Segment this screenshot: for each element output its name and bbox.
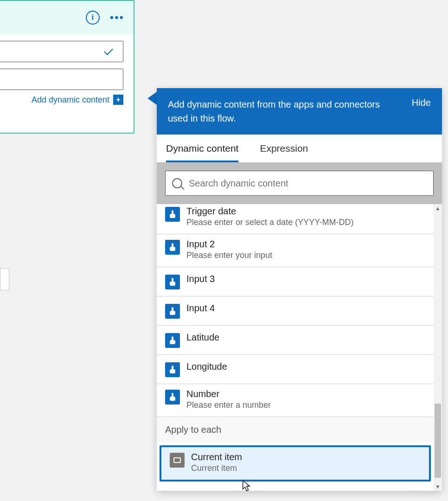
plus-icon[interactable]: + xyxy=(113,95,123,105)
list-item[interactable]: Latitude xyxy=(157,326,434,355)
add-dynamic-content-link[interactable]: Add dynamic content xyxy=(32,95,109,105)
item-title: Input 2 xyxy=(186,239,272,250)
action-card-body: ions, see https://api.slack.com, Add dyn… xyxy=(0,34,134,113)
more-icon[interactable]: ••• xyxy=(110,12,124,23)
item-title: Input 4 xyxy=(186,303,215,314)
item-title: Input 3 xyxy=(186,274,215,284)
list-item-current[interactable]: Current item Current item xyxy=(160,445,431,482)
canvas-stub xyxy=(0,268,9,290)
item-title: Longitude xyxy=(186,361,227,372)
list-item[interactable]: Number Please enter a number xyxy=(157,384,434,417)
tabs: Dynamic content Expression xyxy=(157,135,442,162)
item-sub: Current item xyxy=(191,463,242,473)
scroll-up-icon[interactable]: ▲ xyxy=(435,204,441,212)
dynamic-list: Trigger date Please enter or select a da… xyxy=(157,204,434,491)
search-wrap xyxy=(157,162,442,204)
chevron-down-icon xyxy=(104,46,113,55)
message-text-input[interactable]: ions, see https://api.slack.com, xyxy=(0,69,123,90)
trigger-icon xyxy=(165,362,180,377)
list-item[interactable]: Input 4 xyxy=(157,296,434,326)
trigger-icon xyxy=(165,333,180,348)
scroll-down-icon[interactable]: ▼ xyxy=(435,482,441,491)
trigger-icon xyxy=(165,390,180,405)
info-icon[interactable]: i xyxy=(86,11,100,25)
item-title: Current item xyxy=(191,452,242,462)
panel-pointer-icon xyxy=(147,92,157,105)
dynamic-content-panel: Add dynamic content from the apps and co… xyxy=(157,88,442,491)
dynamic-panel-header: Add dynamic content from the apps and co… xyxy=(157,88,442,135)
item-sub: Please enter or select a date (YYYY-MM-D… xyxy=(186,218,353,227)
hide-button[interactable]: Hide xyxy=(412,97,431,108)
add-dynamic-content-row: Add dynamic content + xyxy=(0,95,123,105)
list-item[interactable]: Trigger date Please enter or select a da… xyxy=(157,204,434,234)
dynamic-list-area: Trigger date Please enter or select a da… xyxy=(157,204,442,491)
trigger-icon xyxy=(165,304,180,319)
action-card: i ••• ions, see https://api.slack.com, A… xyxy=(0,0,134,134)
channel-select[interactable] xyxy=(0,41,123,62)
trigger-icon xyxy=(165,207,180,222)
list-item[interactable]: Input 3 xyxy=(157,267,434,296)
list-item[interactable]: Input 2 Please enter your input xyxy=(157,234,434,267)
list-item[interactable]: Longitude xyxy=(157,355,434,384)
search-icon xyxy=(172,178,182,188)
trigger-icon xyxy=(165,275,180,289)
scroll-thumb[interactable] xyxy=(435,404,441,478)
item-title: Latitude xyxy=(186,332,219,343)
item-sub: Please enter your input xyxy=(186,250,272,260)
search-box[interactable] xyxy=(165,171,434,196)
scrollbar[interactable]: ▲ ▼ xyxy=(434,204,442,491)
tab-expression[interactable]: Expression xyxy=(260,143,308,162)
section-header: Apply to each xyxy=(157,417,434,443)
search-input[interactable] xyxy=(189,178,427,189)
action-card-footer xyxy=(0,113,134,133)
item-sub: Please enter a number xyxy=(186,400,271,410)
trigger-icon xyxy=(165,240,180,255)
tab-dynamic-content[interactable]: Dynamic content xyxy=(166,143,238,162)
item-title: Trigger date xyxy=(186,206,353,217)
cursor-pointer-icon xyxy=(241,480,251,493)
dynamic-panel-header-text: Add dynamic content from the apps and co… xyxy=(168,97,386,125)
action-card-header: i ••• xyxy=(0,1,134,34)
loop-icon xyxy=(170,453,185,468)
item-title: Number xyxy=(186,389,271,399)
